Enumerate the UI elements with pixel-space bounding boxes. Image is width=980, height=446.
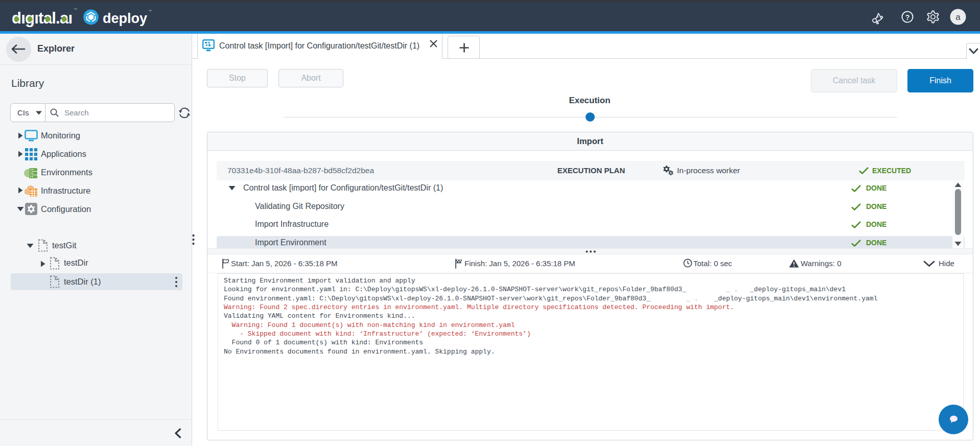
svg-text:a: a	[955, 12, 961, 22]
svg-text:deploy: deploy	[103, 11, 147, 26]
svg-text:™: ™	[148, 9, 152, 13]
svg-text:™: ™	[74, 8, 77, 11]
svg-text:?: ?	[905, 13, 910, 21]
